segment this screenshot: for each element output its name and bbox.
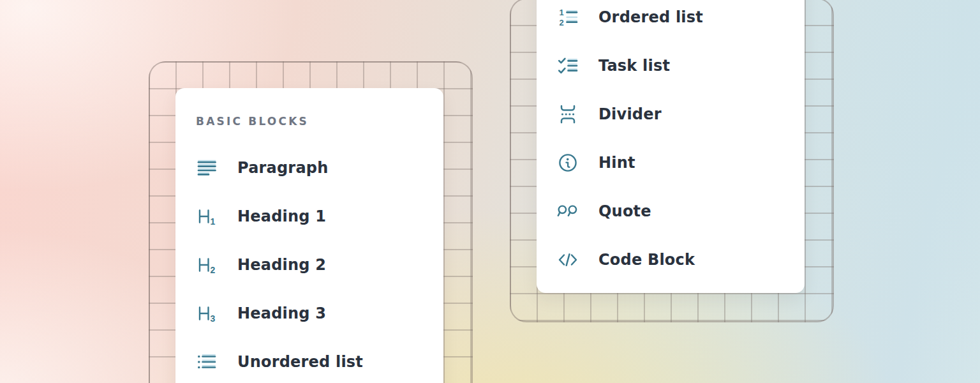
- unordered-list-icon: [196, 351, 218, 373]
- svg-text:2: 2: [560, 18, 564, 27]
- svg-text:1: 1: [211, 216, 216, 227]
- paragraph-icon: [196, 157, 218, 179]
- hint-icon: [557, 152, 579, 174]
- menu-item-label: Unordered list: [237, 354, 363, 370]
- divider-icon: [557, 103, 579, 125]
- heading-1-icon: 1: [196, 206, 218, 227]
- svg-text:1: 1: [560, 8, 564, 17]
- more-blocks-list: 12Ordered listTask listDividerHintQuoteC…: [557, 0, 805, 284]
- heading-2-icon: 2: [196, 254, 218, 276]
- quote-icon: [557, 200, 579, 222]
- menu-item-label: Ordered list: [598, 10, 703, 25]
- menu-item-paragraph[interactable]: Paragraph: [196, 144, 443, 192]
- menu-item-code-block[interactable]: Code Block: [557, 236, 805, 284]
- ordered-list-icon: 12: [557, 6, 579, 28]
- hero-illustration: BASIC BLOCKS Paragraph1Heading 12Heading…: [0, 0, 980, 383]
- menu-item-hint[interactable]: Hint: [557, 139, 805, 187]
- svg-text:2: 2: [211, 265, 216, 275]
- basic-blocks-section-label: BASIC BLOCKS: [196, 114, 443, 129]
- menu-item-label: Heading 1: [237, 209, 326, 224]
- code-block-icon: [557, 249, 579, 271]
- menu-item-label: Heading 3: [237, 306, 326, 321]
- menu-item-label: Paragraph: [237, 160, 328, 176]
- menu-item-label: Task list: [598, 58, 670, 73]
- basic-blocks-list: Paragraph1Heading 12Heading 23Heading 3U…: [196, 144, 443, 383]
- menu-item-quote[interactable]: Quote: [557, 187, 805, 236]
- menu-item-label: Quote: [598, 204, 651, 219]
- menu-item-label: Divider: [598, 107, 662, 122]
- menu-item-label: Code Block: [598, 252, 695, 267]
- svg-text:3: 3: [211, 313, 216, 324]
- more-blocks-menu: 12Ordered listTask listDividerHintQuoteC…: [537, 0, 805, 293]
- menu-item-unordered-list[interactable]: Unordered list: [196, 338, 443, 383]
- basic-blocks-menu: BASIC BLOCKS Paragraph1Heading 12Heading…: [175, 88, 443, 383]
- menu-item-divider[interactable]: Divider: [557, 90, 805, 139]
- menu-item-label: Hint: [598, 155, 635, 170]
- menu-item-heading-3[interactable]: 3Heading 3: [196, 289, 443, 338]
- task-list-icon: [557, 55, 579, 77]
- menu-item-heading-1[interactable]: 1Heading 1: [196, 192, 443, 241]
- menu-item-task-list[interactable]: Task list: [557, 41, 805, 90]
- heading-3-icon: 3: [196, 303, 218, 324]
- menu-item-heading-2[interactable]: 2Heading 2: [196, 241, 443, 289]
- menu-item-ordered-list[interactable]: 12Ordered list: [557, 0, 805, 41]
- menu-item-label: Heading 2: [237, 257, 326, 273]
